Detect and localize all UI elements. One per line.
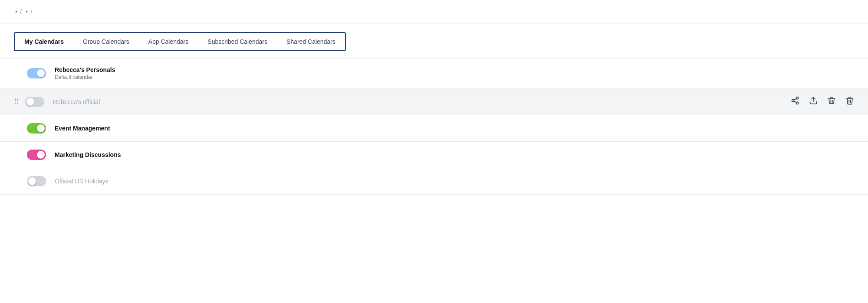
drag-handle-icon[interactable]: ⠿ <box>14 98 19 106</box>
toggle-official-us-holidays[interactable] <box>27 176 46 186</box>
tabs: My CalendarsGroup CalendarsApp Calendars… <box>14 32 346 51</box>
calendar-info: Event Management <box>55 125 854 132</box>
svg-line-4 <box>794 98 796 100</box>
upload-icon[interactable] <box>809 96 818 107</box>
calendar-subtitle: Default calendar <box>55 74 854 80</box>
calendar-row: ⠿ Rebecca's official <box>0 88 868 115</box>
calendar-info: Rebecca's Personals Default calendar <box>55 66 854 80</box>
toggle-rebeccas-personals[interactable] <box>27 68 46 78</box>
chevron-down-icon: ▾ <box>26 9 28 14</box>
calendar-name: Event Management <box>55 125 854 132</box>
calendar-name: Marketing Discussions <box>55 151 854 158</box>
toggle-marketing-discussions[interactable] <box>27 150 46 160</box>
calendar-info: Official US Holidays <box>55 178 854 185</box>
breadcrumb: ▾ / ▾ / <box>0 0 868 23</box>
calendar-row: Event Management <box>0 115 868 141</box>
calendar-name: Official US Holidays <box>55 178 854 185</box>
tab-app[interactable]: App Calendars <box>139 33 198 50</box>
svg-line-3 <box>794 101 796 102</box>
toggle-rebeccas-official[interactable] <box>25 97 44 107</box>
edit-icon[interactable] <box>827 96 836 107</box>
calendar-info: Rebecca's official <box>53 98 791 105</box>
row-actions <box>791 96 854 107</box>
tabs-container: My CalendarsGroup CalendarsApp Calendars… <box>0 23 868 51</box>
chevron-down-icon: ▾ <box>15 9 17 14</box>
calendar-row: Official US Holidays <box>0 168 868 195</box>
tab-my[interactable]: My Calendars <box>15 33 73 50</box>
delete-icon[interactable] <box>845 96 854 107</box>
calendar-row: Rebecca's Personals Default calendar <box>0 58 868 88</box>
tab-shared[interactable]: Shared Calendars <box>277 33 345 50</box>
share-icon[interactable] <box>791 96 799 107</box>
breadcrumb-separator: / <box>30 8 32 15</box>
tab-group[interactable]: Group Calendars <box>73 33 139 50</box>
calendar-name: Rebecca's Personals <box>55 66 854 73</box>
tab-subscribed[interactable]: Subscribed Calendars <box>198 33 277 50</box>
calendar-info: Marketing Discussions <box>55 151 854 158</box>
breadcrumb-calendar[interactable]: ▾ <box>24 9 28 14</box>
breadcrumb-all[interactable]: ▾ <box>14 9 17 14</box>
breadcrumb-separator: / <box>20 8 22 15</box>
calendar-list: Rebecca's Personals Default calendar ⠿ R… <box>0 58 868 195</box>
toggle-event-management[interactable] <box>27 123 46 134</box>
calendar-name: Rebecca's official <box>53 98 791 105</box>
calendar-row: Marketing Discussions <box>0 141 868 168</box>
